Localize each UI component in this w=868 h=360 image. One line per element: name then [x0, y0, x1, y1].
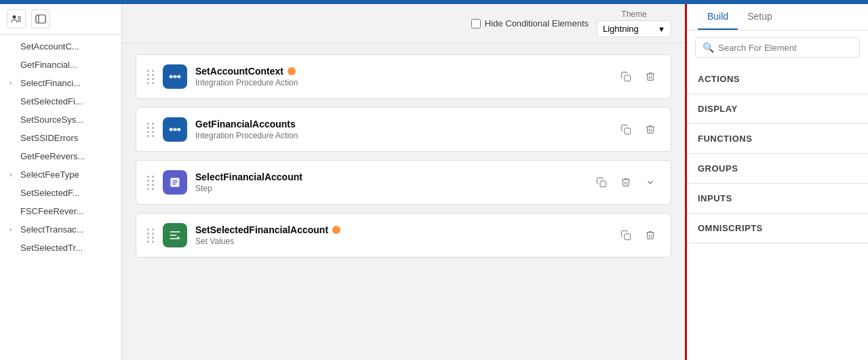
warning-dot	[332, 226, 340, 234]
svg-rect-10	[625, 75, 631, 81]
drag-handle[interactable]	[147, 228, 155, 243]
search-input[interactable]	[718, 43, 852, 53]
sidebar-item-label: GetFeeRevers...	[20, 151, 85, 161]
section-label-omniscripts: OMNISCRIPTS	[698, 223, 857, 233]
section-label-groups: GROUPS	[698, 163, 857, 174]
copy-button[interactable]	[616, 67, 635, 86]
hide-conditional-label: Hide Conditional Elements	[485, 18, 589, 28]
copy-button[interactable]	[616, 226, 635, 245]
sidebar-item-select-fee-type[interactable]: ›SelectFeeType	[0, 165, 121, 184]
svg-rect-20	[600, 181, 606, 187]
hide-conditional-checkbox[interactable]	[471, 19, 481, 28]
card-actions	[616, 226, 660, 245]
delete-button[interactable]	[641, 120, 660, 139]
sidebar-item-set-selected-f[interactable]: SetSelectedF...	[0, 184, 121, 202]
card-subtitle: Integration Procedure Action	[195, 131, 608, 140]
card-info: GetFinancialAccountsIntegration Procedur…	[195, 119, 608, 140]
expand-icon: ›	[9, 226, 18, 233]
svg-point-14	[174, 128, 177, 132]
delete-button[interactable]	[641, 226, 660, 245]
sidebar-item-label: SetAccountC...	[20, 41, 79, 52]
sidebar-item-set-selected-fi[interactable]: SetSelectedFi...	[0, 92, 121, 111]
svg-point-9	[174, 75, 177, 79]
panel-toggle-icon[interactable]	[31, 9, 50, 28]
svg-rect-4	[36, 15, 45, 23]
section-label-display: DISPLAY	[698, 104, 857, 114]
sidebar-item-set-source-sys[interactable]: SetSourceSys...	[0, 111, 121, 129]
card-title: GetFinancialAccounts	[195, 119, 608, 129]
card-info: SelectFinancialAccountStep	[195, 172, 584, 193]
expand-icon: ›	[9, 79, 18, 87]
hide-conditional-group: Hide Conditional Elements	[471, 18, 589, 28]
sidebar-item-label: FSCFeeRever...	[20, 206, 83, 216]
delete-button[interactable]	[616, 173, 635, 192]
drag-handle[interactable]	[147, 176, 155, 190]
section-label-functions: FUNCTIONS	[698, 134, 857, 144]
flow-card-set-selected-financial-account: SetSelectedFinancialAccountSet Values	[136, 213, 671, 258]
card-info: SetSelectedFinancialAccountSet Values	[195, 224, 608, 246]
card-subtitle: Set Values	[195, 237, 608, 246]
card-icon-step	[163, 170, 187, 195]
sidebar-item-label: SetSelectedF...	[20, 188, 79, 198]
right-panel-tabs: BuildSetup	[687, 4, 868, 31]
card-icon-integration	[163, 64, 187, 89]
card-title: SelectFinancialAccount	[195, 172, 584, 182]
svg-rect-21	[625, 234, 631, 240]
search-box: 🔍	[695, 37, 860, 58]
section-display[interactable]: DISPLAY	[687, 94, 868, 124]
tab-build[interactable]: Build	[698, 4, 738, 30]
canvas-area: Hide Conditional Elements Theme Lightnin…	[122, 4, 685, 360]
copy-button[interactable]	[592, 173, 611, 192]
section-functions[interactable]: FUNCTIONS	[687, 124, 868, 154]
search-icon: 🔍	[703, 42, 714, 53]
canvas-toolbar: Hide Conditional Elements Theme Lightnin…	[122, 4, 685, 43]
main-layout: SetAccountC...GetFinancial...›SelectFina…	[0, 4, 868, 360]
theme-label: Theme	[621, 9, 646, 19]
chevron-down-icon: ▼	[658, 25, 665, 33]
card-title: SetAccountContext	[195, 66, 608, 77]
sidebar-item-set-ssid-errors[interactable]: SetSSIDErrors	[0, 129, 121, 147]
canvas-content: SetAccountContextIntegration Procedure A…	[122, 43, 685, 360]
card-icon-set-values	[163, 223, 187, 247]
user-list-icon[interactable]	[7, 9, 26, 28]
sidebar-item-get-fee-revers[interactable]: GetFeeRevers...	[0, 147, 121, 165]
flow-card-set-account-context: SetAccountContextIntegration Procedure A…	[136, 54, 671, 99]
svg-point-11	[170, 128, 173, 132]
warning-dot	[288, 67, 296, 75]
svg-rect-15	[625, 128, 631, 134]
svg-point-0	[13, 16, 16, 19]
card-actions	[592, 173, 660, 192]
tab-setup[interactable]: Setup	[738, 4, 782, 30]
section-label-actions: ACTIONS	[698, 74, 857, 84]
drag-handle[interactable]	[147, 123, 155, 137]
card-title-text: GetFinancialAccounts	[195, 119, 296, 129]
sidebar-item-get-financial[interactable]: GetFinancial...	[0, 56, 121, 74]
sidebar-item-select-transac[interactable]: ›SelectTransac...	[0, 220, 121, 239]
sidebar-item-label: SelectTransac...	[20, 224, 83, 235]
flow-card-get-financial-accounts: GetFinancialAccountsIntegration Procedur…	[136, 107, 671, 152]
sidebar-item-select-financi[interactable]: ›SelectFinanci...	[0, 74, 121, 92]
drag-handle[interactable]	[147, 70, 155, 84]
sidebar-toolbar	[0, 4, 121, 35]
sidebar-item-fsc-fee-rever[interactable]: FSCFeeRever...	[0, 202, 121, 220]
svg-point-7	[177, 75, 180, 79]
sidebar-item-set-account-c[interactable]: SetAccountC...	[0, 37, 121, 56]
card-actions	[616, 120, 660, 139]
theme-dropdown[interactable]: Lightning ▼	[597, 20, 671, 37]
sidebar-item-label: GetFinancial...	[20, 60, 77, 70]
sidebar-item-label: SetSourceSys...	[20, 115, 83, 125]
copy-button[interactable]	[616, 120, 635, 139]
card-icon-integration	[163, 117, 187, 142]
delete-button[interactable]	[641, 67, 660, 86]
sidebar-item-label: SelectFinanci...	[20, 78, 81, 88]
sidebar-item-set-selected-tr[interactable]: SetSelectedTr...	[0, 239, 121, 257]
section-omniscripts[interactable]: OMNISCRIPTS	[687, 214, 868, 243]
section-groups[interactable]: GROUPS	[687, 154, 868, 184]
section-inputs[interactable]: INPUTS	[687, 184, 868, 214]
expand-icon: ›	[9, 171, 18, 178]
section-actions[interactable]: ACTIONS	[687, 64, 868, 94]
theme-value: Lightning	[603, 24, 639, 34]
expand-button[interactable]	[641, 173, 660, 192]
card-actions	[616, 67, 660, 86]
card-title: SetSelectedFinancialAccount	[195, 224, 608, 235]
